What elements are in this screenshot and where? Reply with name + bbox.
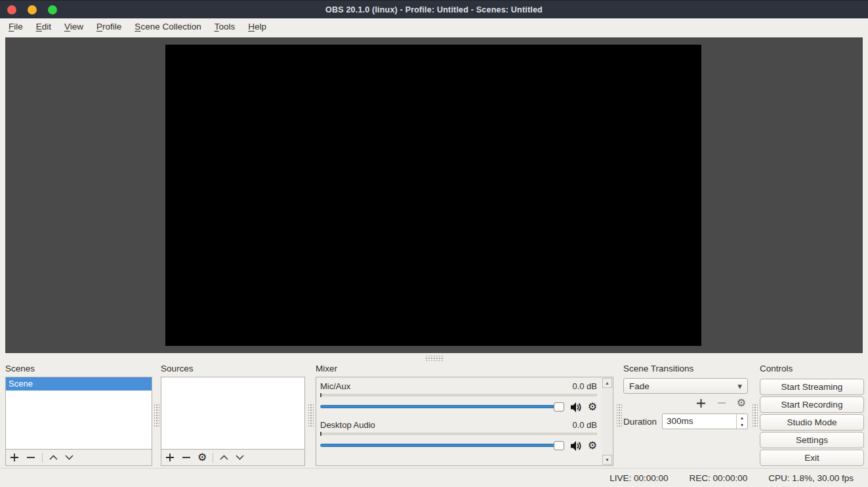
scrollbar-up-icon[interactable]: ▲ bbox=[602, 378, 612, 388]
channel-name: Desktop Audio bbox=[320, 420, 375, 431]
duration-label: Duration bbox=[623, 417, 657, 427]
sources-toolbar: ⚙ bbox=[161, 450, 304, 465]
channel-settings-gear-icon[interactable]: ⚙ bbox=[588, 440, 597, 451]
mute-speaker-icon[interactable] bbox=[570, 402, 582, 413]
spin-up-icon[interactable]: ▲ bbox=[737, 414, 747, 421]
splitter-mixer-transitions[interactable] bbox=[617, 403, 622, 428]
duration-spinbox[interactable]: 300ms ▲ ▼ bbox=[662, 413, 748, 429]
window-controls bbox=[7, 5, 57, 14]
slider-handle[interactable] bbox=[554, 441, 564, 450]
window-title: OBS 20.1.0 (linux) - Profile: Untitled -… bbox=[0, 5, 868, 14]
maximize-button[interactable] bbox=[48, 5, 57, 14]
add-scene-icon[interactable] bbox=[9, 452, 20, 463]
remove-scene-icon[interactable] bbox=[26, 452, 36, 463]
obs-window: OBS 20.1.0 (linux) - Profile: Untitled -… bbox=[0, 0, 868, 487]
meter-tick bbox=[320, 393, 321, 397]
close-button[interactable] bbox=[7, 5, 16, 14]
mixer-channel-desktop-audio: Desktop Audio 0.0 dB ⚙ bbox=[320, 420, 597, 452]
status-bar: LIVE: 00:00:00 REC: 00:00:00 CPU: 1.8%, … bbox=[0, 468, 868, 487]
scenes-dock: Scenes Scene bbox=[5, 362, 152, 466]
settings-button[interactable]: Settings bbox=[760, 432, 864, 448]
channel-level: 0.0 dB bbox=[572, 420, 597, 431]
mixer-scrollbar[interactable]: ▲ ▼ bbox=[602, 378, 612, 465]
controls-title: Controls bbox=[760, 362, 864, 377]
sources-panel: ⚙ bbox=[161, 377, 305, 466]
menu-file[interactable]: File bbox=[2, 20, 30, 33]
scene-transitions-title: Scene Transitions bbox=[623, 362, 748, 377]
start-streaming-button[interactable]: Start Streaming bbox=[760, 379, 864, 395]
scene-transitions-dock: Scene Transitions Fade ▾ ⚙ Duration 300m… bbox=[623, 362, 748, 466]
controls-dock: Controls Start Streaming Start Recording… bbox=[760, 362, 864, 466]
volume-meter bbox=[320, 394, 597, 396]
scenes-list[interactable]: Scene bbox=[6, 377, 152, 450]
meter-tick bbox=[320, 432, 321, 436]
menu-edit[interactable]: Edit bbox=[30, 20, 58, 33]
toolbar-separator bbox=[213, 453, 213, 463]
add-source-icon[interactable] bbox=[165, 452, 175, 463]
toolbar-separator bbox=[42, 453, 43, 463]
program-canvas[interactable] bbox=[165, 45, 701, 346]
menu-tools[interactable]: Tools bbox=[208, 20, 242, 33]
scenes-title: Scenes bbox=[5, 362, 152, 377]
mixer-dock: Mixer Mic/Aux 0.0 dB ⚙ bbox=[316, 362, 613, 466]
start-recording-button[interactable]: Start Recording bbox=[760, 396, 864, 413]
studio-mode-button[interactable]: Studio Mode bbox=[760, 414, 864, 431]
menu-help[interactable]: Help bbox=[241, 20, 273, 33]
volume-meter bbox=[320, 433, 597, 435]
splitter-transitions-controls[interactable] bbox=[753, 403, 758, 428]
slider-track[interactable] bbox=[320, 405, 564, 408]
mute-speaker-icon[interactable] bbox=[570, 440, 582, 452]
mixer-title: Mixer bbox=[316, 362, 613, 377]
sources-dock: Sources ⚙ bbox=[161, 362, 305, 466]
mixer-panel: Mic/Aux 0.0 dB ⚙ Desktop Au bbox=[316, 377, 613, 466]
sources-title: Sources bbox=[161, 362, 305, 377]
source-down-icon[interactable] bbox=[235, 454, 245, 461]
status-rec: REC: 00:00:00 bbox=[690, 473, 748, 483]
dropdown-arrow-icon: ▾ bbox=[737, 381, 742, 391]
remove-source-icon[interactable] bbox=[181, 452, 192, 463]
duration-value[interactable]: 300ms bbox=[663, 414, 736, 429]
transition-selected-value: Fade bbox=[629, 381, 737, 391]
minimize-button[interactable] bbox=[28, 5, 37, 14]
channel-settings-gear-icon[interactable]: ⚙ bbox=[588, 402, 597, 412]
remove-transition-icon[interactable] bbox=[716, 398, 727, 408]
transition-toolbar: ⚙ bbox=[623, 394, 748, 412]
menu-profile[interactable]: Profile bbox=[90, 20, 128, 33]
add-transition-icon[interactable] bbox=[695, 398, 707, 409]
scenes-panel: Scene bbox=[5, 377, 152, 466]
source-properties-gear-icon[interactable]: ⚙ bbox=[197, 452, 207, 463]
exit-button[interactable]: Exit bbox=[760, 450, 864, 466]
slider-track[interactable] bbox=[320, 444, 564, 447]
scene-list-item[interactable]: Scene bbox=[6, 377, 152, 391]
scrollbar-trough[interactable] bbox=[602, 388, 612, 455]
menubar: File Edit View Profile Scene Collection … bbox=[0, 18, 868, 34]
scene-down-icon[interactable] bbox=[64, 454, 74, 461]
scenes-toolbar bbox=[6, 450, 152, 465]
scrollbar-down-icon[interactable]: ▼ bbox=[602, 455, 612, 465]
volume-slider[interactable] bbox=[320, 440, 564, 451]
menu-view[interactable]: View bbox=[58, 20, 90, 33]
duration-row: Duration 300ms ▲ ▼ bbox=[623, 413, 748, 429]
dock-splitter-horizontal[interactable] bbox=[425, 356, 444, 361]
spin-down-icon[interactable]: ▼ bbox=[737, 421, 747, 429]
splitter-scenes-sources[interactable] bbox=[154, 403, 159, 428]
menu-scene-collection[interactable]: Scene Collection bbox=[128, 20, 207, 33]
transition-select[interactable]: Fade ▾ bbox=[623, 378, 748, 394]
status-live: LIVE: 00:00:00 bbox=[610, 473, 668, 483]
slider-handle[interactable] bbox=[554, 402, 564, 412]
sources-list[interactable] bbox=[161, 377, 304, 450]
status-cpu-fps: CPU: 1.8%, 30.00 fps bbox=[768, 473, 854, 483]
source-up-icon[interactable] bbox=[219, 454, 229, 461]
transition-properties-gear-icon[interactable]: ⚙ bbox=[737, 398, 746, 408]
channel-name: Mic/Aux bbox=[320, 381, 350, 392]
titlebar: OBS 20.1.0 (linux) - Profile: Untitled -… bbox=[0, 0, 868, 18]
mixer-channel-mic-aux: Mic/Aux 0.0 dB ⚙ bbox=[320, 381, 597, 413]
scene-up-icon[interactable] bbox=[49, 454, 58, 461]
channel-level: 0.0 dB bbox=[572, 381, 597, 392]
preview-area bbox=[5, 37, 863, 353]
splitter-sources-mixer[interactable] bbox=[308, 403, 314, 428]
volume-slider[interactable] bbox=[320, 402, 564, 412]
spin-buttons: ▲ ▼ bbox=[736, 414, 747, 429]
